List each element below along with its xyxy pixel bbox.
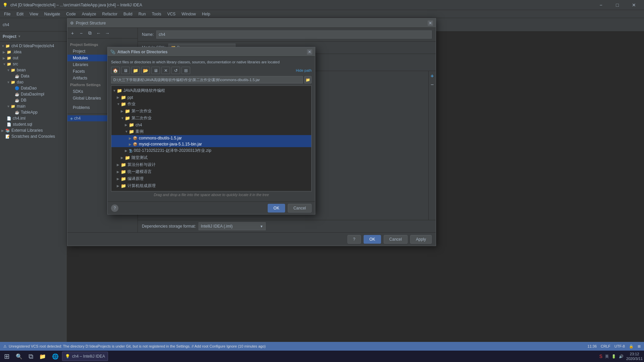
ps-name-row: Name: bbox=[138, 28, 436, 42]
attach-delete-btn[interactable]: ✕ bbox=[161, 67, 170, 74]
attach-help-button[interactable]: ? bbox=[111, 204, 118, 212]
attach-tree-uml[interactable]: ▶ 📁 统一建模语言 bbox=[111, 168, 311, 175]
minimize-button[interactable]: − bbox=[593, 0, 608, 10]
ps-cancel-button[interactable]: Cancel bbox=[384, 235, 408, 244]
root-folder-icon: 📁 bbox=[117, 88, 122, 93]
ps-dep-add-btn[interactable]: + bbox=[429, 72, 436, 80]
ps-apply-button[interactable]: Apply bbox=[410, 235, 432, 244]
taskbar-idea-app[interactable]: 💡 ch4 – IntelliJ IDEA bbox=[62, 352, 108, 361]
menu-build[interactable]: Build bbox=[121, 11, 135, 17]
attach-tree-commons[interactable]: ▶ 📦 commons-dbutils-1.5.jar bbox=[111, 135, 311, 141]
attach-tree-algo[interactable]: ▶ 📁 算法分析与设计 bbox=[111, 161, 311, 168]
attach-hide-path-btn[interactable]: Hide path bbox=[296, 68, 312, 72]
uml-folder-icon: 📁 bbox=[121, 169, 126, 174]
attach-tree-root[interactable]: ▼ 📁 JAVA高级网络软件编程 bbox=[111, 87, 311, 94]
attach-tree-computer[interactable]: ▶ 📁 计算机组成原理 bbox=[111, 182, 311, 189]
ps-ok-button[interactable]: OK bbox=[364, 235, 381, 244]
tree-dao[interactable]: ▼ 📁 dao bbox=[0, 79, 67, 85]
tree-bean[interactable]: ▼ 📁 bean bbox=[0, 67, 67, 73]
attach-tree-work[interactable]: ▼ 📁 作业 bbox=[111, 101, 311, 108]
attach-toggle-btn[interactable]: ⊞ bbox=[181, 67, 190, 74]
menu-window[interactable]: Window bbox=[179, 11, 199, 17]
menu-vcs[interactable]: VCS bbox=[165, 11, 178, 17]
tree-datadao[interactable]: 🔵 DataDao bbox=[0, 85, 67, 91]
ps-remove-button[interactable]: − bbox=[77, 29, 85, 37]
ps-back-button[interactable]: ← bbox=[95, 29, 102, 37]
attach-ok-button[interactable]: OK bbox=[268, 204, 285, 213]
menu-run[interactable]: Run bbox=[136, 11, 149, 17]
attach-tree-cases[interactable]: ▼ 📁 案例 bbox=[111, 128, 311, 135]
ch4-arrow: ▶ bbox=[125, 123, 129, 127]
attach-tree-label-commons: commons-dbutils-1.5.jar bbox=[139, 136, 182, 140]
tree-sql[interactable]: 📄 student.sql bbox=[0, 121, 67, 127]
ps-copy-button[interactable]: ⧉ bbox=[86, 29, 94, 37]
attach-tree-label-work2: 第二次作业 bbox=[131, 115, 152, 121]
tree-iml[interactable]: 📄 ch4.iml bbox=[0, 115, 67, 121]
ps-dep-storage-dropdown[interactable]: ▼ bbox=[260, 225, 263, 228]
attach-tree-work2[interactable]: ▼ 📁 第二次作业 bbox=[111, 115, 311, 122]
menu-navigate[interactable]: Navigate bbox=[42, 11, 63, 17]
attach-view-btn[interactable]: 🖥 bbox=[151, 67, 160, 74]
ps-help-button[interactable]: ? bbox=[347, 235, 361, 244]
work2-arrow: ▼ bbox=[121, 116, 125, 120]
ps-add-button[interactable]: + bbox=[69, 29, 76, 37]
attach-hint-text: Drag and drop a file into the space abov… bbox=[111, 191, 312, 198]
ps-dep-controls: + − bbox=[428, 71, 436, 220]
tree-main[interactable]: ▼ 📁 main bbox=[0, 103, 67, 109]
tree-data[interactable]: ☕ Data bbox=[0, 73, 67, 79]
attach-tree-random[interactable]: ▶ 📁 随堂测试 bbox=[111, 154, 311, 161]
ps-dep-storage-value[interactable]: IntelliJ IDEA (.iml) ▼ bbox=[199, 222, 266, 230]
attach-newfolder-btn[interactable]: 📂 bbox=[141, 67, 150, 74]
menu-tools[interactable]: Tools bbox=[149, 11, 164, 17]
attach-tree-ppt[interactable]: ▶ 📁 ppt bbox=[111, 94, 311, 101]
sidebar-dropdown-icon[interactable]: ▼ bbox=[18, 35, 21, 38]
taskbar-start-btn[interactable]: ⊞ bbox=[1, 352, 12, 361]
tree-tableapp[interactable]: ☕ TableApp bbox=[0, 109, 67, 115]
ps-close-button[interactable]: ✕ bbox=[428, 20, 433, 26]
attach-tree-label-ppt: ppt bbox=[127, 95, 133, 100]
attach-tree-mysql[interactable]: ▶ 📦 mysql-connector-java-5.1.15-bin.jar bbox=[111, 141, 311, 147]
attach-tree-ch4[interactable]: ▶ 📁 ch4 bbox=[111, 122, 311, 128]
menu-edit[interactable]: Edit bbox=[14, 11, 26, 17]
taskbar-file-btn[interactable]: 📁 bbox=[37, 352, 49, 361]
menu-help[interactable]: Help bbox=[199, 11, 213, 17]
ps-title-bar: ⚙ Project Structure ✕ bbox=[67, 18, 436, 28]
attach-tree-work1[interactable]: ▶ 📁 第一次作业 bbox=[111, 108, 311, 115]
taskbar-taskview-btn[interactable]: ⧉ bbox=[26, 352, 36, 361]
attach-desktop-btn[interactable]: 🖥 bbox=[121, 67, 130, 74]
maximize-button[interactable]: □ bbox=[610, 0, 625, 10]
commons-file-icon: 📦 bbox=[133, 136, 138, 140]
attach-cancel-button[interactable]: Cancel bbox=[288, 204, 312, 213]
ps-name-input[interactable] bbox=[156, 31, 432, 39]
project-tree: ▼ 📁 ch4 D:\IdeaProjects\ch4 ▶ 📁 .idea ▶ … bbox=[0, 42, 67, 349]
menu-analyze[interactable]: Analyze bbox=[79, 11, 99, 17]
attach-close-button[interactable]: ✕ bbox=[307, 49, 312, 55]
menu-view[interactable]: View bbox=[27, 11, 41, 17]
attach-up-btn[interactable]: 📁 bbox=[131, 67, 140, 74]
tree-ext-lib[interactable]: ▶ 📚 External Libraries bbox=[0, 127, 67, 133]
tree-root[interactable]: ▼ 📁 ch4 D:\IdeaProjects\ch4 bbox=[0, 43, 67, 49]
menu-file[interactable]: File bbox=[1, 11, 13, 17]
tree-src[interactable]: ▼ 📁 src bbox=[0, 61, 67, 67]
tree-db[interactable]: ☕ DB bbox=[0, 97, 67, 103]
tree-datadaoimpl[interactable]: ☕ DataDaoImpl bbox=[0, 91, 67, 97]
close-button[interactable]: ✕ bbox=[626, 0, 641, 10]
attach-home-btn[interactable]: 🏠 bbox=[111, 67, 120, 74]
ch4-folder-icon: 📁 bbox=[129, 122, 134, 127]
taskbar-edge-btn[interactable]: 🌐 bbox=[49, 352, 61, 361]
tree-scratches[interactable]: 📝 Scratches and Consoles bbox=[0, 133, 67, 139]
ps-forward-button[interactable]: → bbox=[104, 29, 111, 37]
bean-arrow: ▼ bbox=[7, 68, 11, 72]
attach-refresh-btn[interactable]: ↺ bbox=[171, 67, 180, 74]
menu-code[interactable]: Code bbox=[63, 11, 78, 17]
attach-path-browse-btn[interactable]: 📁 bbox=[304, 76, 312, 83]
data-label: Data bbox=[21, 74, 29, 78]
attach-path-input[interactable] bbox=[111, 76, 303, 83]
ps-dep-remove-btn[interactable]: − bbox=[429, 81, 436, 88]
tree-out[interactable]: ▶ 📁 out bbox=[0, 55, 67, 61]
menu-refactor[interactable]: Refactor bbox=[100, 11, 120, 17]
tree-idea[interactable]: ▶ 📁 .idea bbox=[0, 49, 67, 55]
attach-tree-zip[interactable]: ▶ 🗜 002-1710252231-赵泽华-20200313作业.zip bbox=[111, 147, 311, 154]
attach-tree-compiler[interactable]: ▶ 📁 编译原理 bbox=[111, 175, 311, 182]
taskbar-search-btn[interactable]: 🔍 bbox=[13, 352, 25, 361]
